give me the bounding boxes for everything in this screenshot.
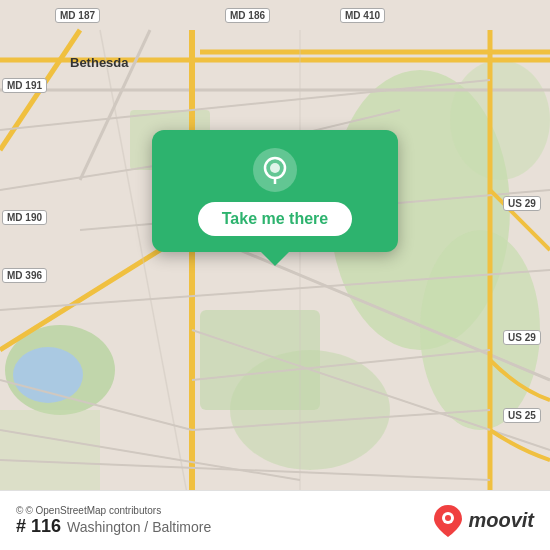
take-me-there-button[interactable]: Take me there bbox=[198, 202, 352, 236]
road-label-us29b: US 29 bbox=[503, 330, 541, 345]
moovit-pin-icon bbox=[432, 503, 464, 539]
svg-point-34 bbox=[270, 163, 280, 173]
moovit-logo: moovit bbox=[432, 503, 534, 539]
road-label-us29a: US 29 bbox=[503, 196, 541, 211]
road-label-us25: US 25 bbox=[503, 408, 541, 423]
road-label-md190: MD 190 bbox=[2, 210, 47, 225]
location-city: Washington / Baltimore bbox=[67, 519, 211, 535]
road-label-md191: MD 191 bbox=[2, 78, 47, 93]
copyright-icon: © bbox=[16, 505, 23, 516]
svg-point-8 bbox=[450, 60, 550, 180]
bottom-left-info: © © OpenStreetMap contributors # 116 Was… bbox=[16, 505, 211, 537]
road-label-md186: MD 186 bbox=[225, 8, 270, 23]
map-container: MD 187 MD 410 MD 186 MD 191 MD 355 MD 19… bbox=[0, 0, 550, 550]
map-svg bbox=[0, 0, 550, 550]
attribution-label: © OpenStreetMap contributors bbox=[25, 505, 161, 516]
location-number: # 116 bbox=[16, 516, 61, 537]
popup-card: Take me there bbox=[152, 130, 398, 252]
road-label-md396: MD 396 bbox=[2, 268, 47, 283]
road-label-md187: MD 187 bbox=[55, 8, 100, 23]
moovit-text: moovit bbox=[468, 509, 534, 532]
road-label-md410: MD 410 bbox=[340, 8, 385, 23]
svg-point-37 bbox=[445, 515, 451, 521]
attribution-text: © © OpenStreetMap contributors bbox=[16, 505, 161, 516]
svg-point-9 bbox=[13, 347, 83, 403]
bottom-bar: © © OpenStreetMap contributors # 116 Was… bbox=[0, 490, 550, 550]
city-label-bethesda: Bethesda bbox=[70, 55, 129, 70]
location-pin-icon bbox=[253, 148, 297, 192]
